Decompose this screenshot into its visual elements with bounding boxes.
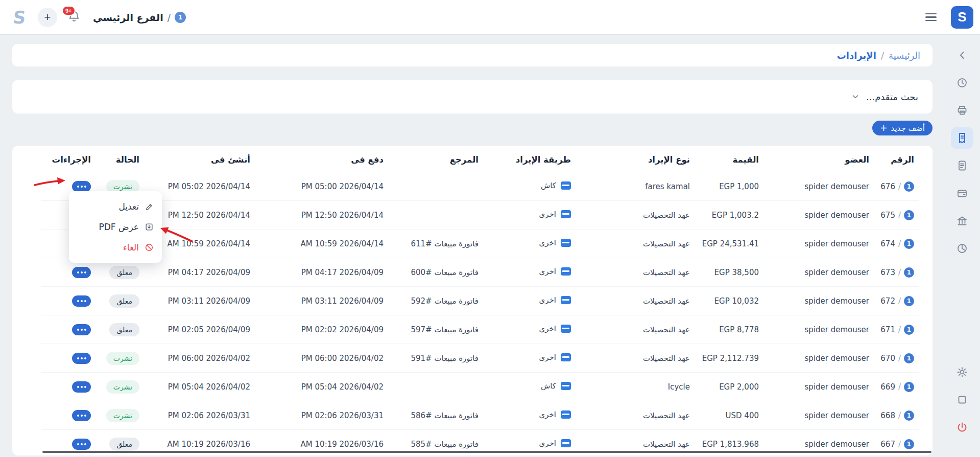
row-method: اخرى bbox=[539, 267, 556, 276]
collapse-chevron-icon[interactable] bbox=[951, 44, 973, 66]
row-reference: فاتورة مبيعات #597 bbox=[389, 315, 484, 344]
row-number: 669 bbox=[880, 382, 895, 392]
row-number: 675 bbox=[880, 211, 895, 220]
row-created-at: PM 12:50 2026/04/14 bbox=[168, 211, 250, 220]
advanced-search-toggle[interactable]: بحث متقدم... bbox=[12, 80, 933, 113]
header-revenue-type: نوع الإيراد bbox=[576, 146, 695, 172]
row-member: spider demouser bbox=[805, 354, 869, 363]
row-actions-button[interactable] bbox=[72, 324, 91, 335]
notifications-button[interactable]: 9+ bbox=[67, 10, 81, 25]
status-badge: معلق bbox=[109, 294, 139, 308]
row-revenue-type: عهد التحصيلات bbox=[576, 201, 695, 230]
quick-add-button[interactable]: + bbox=[38, 8, 57, 27]
bell-icon bbox=[67, 17, 81, 25]
row-revenue-type: Icycle bbox=[576, 373, 695, 401]
power-icon[interactable] bbox=[951, 416, 973, 439]
payment-method-icon bbox=[561, 382, 571, 390]
row-value: EGP 2,000 bbox=[719, 382, 759, 392]
row-actions-button[interactable] bbox=[72, 295, 91, 307]
row-paid-at: PM 06:00 2026/04/02 bbox=[301, 354, 384, 363]
row-value: EGP 24,531.41 bbox=[702, 239, 759, 248]
menu-item-view-pdf[interactable]: عرض PDF bbox=[69, 217, 162, 237]
kiosk-icon[interactable] bbox=[951, 389, 973, 411]
row-value: EGP 2,112.739 bbox=[702, 354, 759, 363]
row-created-at: PM 06:00 2026/04/02 bbox=[168, 354, 250, 363]
status-badge: معلق bbox=[109, 266, 139, 279]
row-reference bbox=[389, 201, 484, 230]
payment-method-icon bbox=[561, 325, 571, 333]
number-separator: / bbox=[898, 382, 901, 392]
row-created-at: PM 02:06 2026/03/31 bbox=[168, 411, 250, 420]
branch-breadcrumb: الفرع الرئيسي / 1 bbox=[93, 12, 186, 23]
table-header-row: الرقم العضو القيمة نوع الإيراد طريقة الإ… bbox=[41, 146, 919, 172]
row-number: 668 bbox=[880, 411, 895, 420]
row-paid-at: PM 03:11 2026/04/09 bbox=[301, 296, 384, 306]
row-number: 672 bbox=[880, 296, 895, 306]
plus-icon: + bbox=[880, 124, 887, 132]
invoice-icon[interactable] bbox=[951, 154, 973, 177]
row-paid-at: PM 12:50 2026/04/14 bbox=[301, 211, 384, 220]
bank-icon[interactable] bbox=[951, 210, 973, 232]
row-actions-button[interactable] bbox=[72, 353, 91, 364]
printer-icon[interactable] bbox=[951, 99, 973, 122]
branch-separator: / bbox=[168, 12, 171, 23]
add-new-button[interactable]: أضف جديد + bbox=[872, 121, 933, 135]
notifications-count-badge: 9+ bbox=[62, 6, 76, 16]
row-revenue-type: عهد التحصيلات bbox=[576, 230, 695, 258]
table-row: 675 / 1 spider demouser EGP 1,003.2 عهد … bbox=[41, 201, 919, 230]
menu-item-edit[interactable]: تعديل bbox=[69, 196, 162, 217]
app-logo[interactable]: S bbox=[8, 7, 31, 28]
number-separator: / bbox=[898, 239, 901, 248]
row-revenue-type: fares kamal bbox=[576, 172, 695, 201]
row-member: spider demouser bbox=[805, 211, 869, 220]
number-separator: / bbox=[898, 411, 901, 420]
row-method: اخرى bbox=[539, 439, 556, 448]
payment-method-icon bbox=[561, 439, 571, 447]
workspace-logo[interactable]: S bbox=[951, 6, 973, 29]
row-method: كاش bbox=[541, 181, 556, 190]
pdf-icon bbox=[145, 222, 154, 232]
row-created-at: PM 02:05 2026/04/09 bbox=[168, 325, 250, 334]
row-value: EGP 1,000 bbox=[719, 182, 759, 191]
horizontal-scrollbar[interactable] bbox=[42, 451, 931, 453]
row-method: اخرى bbox=[539, 295, 556, 305]
row-number: 673 bbox=[880, 268, 895, 277]
row-member: spider demouser bbox=[805, 182, 869, 191]
payment-method-icon bbox=[561, 410, 571, 419]
row-member: spider demouser bbox=[805, 239, 869, 248]
row-paid-at: AM 10:19 2026/03/16 bbox=[301, 440, 384, 449]
header-revenue-method: طريقة الإيراد bbox=[484, 146, 576, 172]
row-number: 674 bbox=[880, 239, 895, 248]
branch-badge: 1 bbox=[904, 382, 914, 392]
row-paid-at: PM 05:00 2026/04/14 bbox=[301, 182, 384, 191]
payment-method-icon bbox=[561, 181, 571, 190]
pie-chart-icon[interactable] bbox=[951, 237, 973, 260]
row-actions-button[interactable] bbox=[72, 439, 91, 450]
history-icon[interactable] bbox=[951, 72, 973, 94]
breadcrumb-home-link[interactable]: الرئيسية bbox=[889, 50, 920, 61]
breadcrumb-separator: / bbox=[881, 50, 884, 61]
number-separator: / bbox=[898, 182, 901, 191]
row-member: spider demouser bbox=[805, 296, 869, 306]
revenues-icon[interactable] bbox=[951, 127, 973, 149]
row-created-at: AM 10:19 2026/03/16 bbox=[168, 440, 250, 449]
row-value: USD 400 bbox=[726, 411, 759, 420]
hamburger-menu-icon[interactable] bbox=[923, 11, 939, 24]
row-method: اخرى bbox=[539, 324, 556, 333]
row-actions-button[interactable] bbox=[72, 410, 91, 421]
menu-item-label: تعديل bbox=[119, 201, 139, 212]
row-value: EGP 38,500 bbox=[714, 268, 759, 277]
branch-label: الفرع الرئيسي bbox=[93, 12, 163, 23]
row-actions-button[interactable] bbox=[72, 381, 91, 393]
row-actions-button[interactable] bbox=[72, 181, 91, 192]
menu-item-cancel[interactable]: الغاء bbox=[69, 237, 162, 258]
row-value: EGP 1,813.968 bbox=[702, 440, 759, 449]
row-actions-button[interactable] bbox=[72, 267, 91, 278]
row-paid-at: AM 10:59 2026/04/14 bbox=[301, 239, 384, 248]
row-paid-at: PM 05:04 2026/04/02 bbox=[301, 382, 384, 392]
row-created-at: PM 05:04 2026/04/02 bbox=[168, 382, 250, 392]
settings-icon[interactable] bbox=[951, 361, 973, 383]
wallet-icon[interactable] bbox=[951, 182, 973, 204]
number-separator: / bbox=[898, 354, 901, 363]
header-number: الرقم bbox=[874, 146, 919, 172]
